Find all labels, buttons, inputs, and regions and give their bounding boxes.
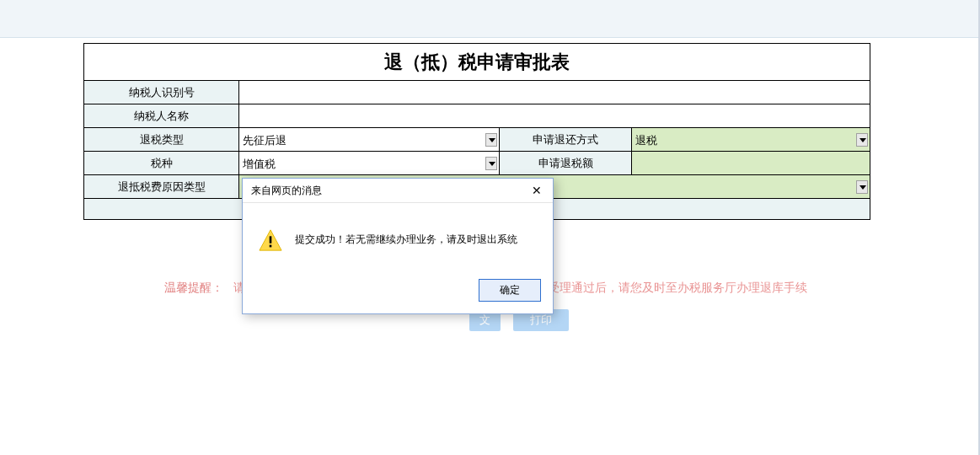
svg-rect-2 xyxy=(270,245,272,248)
select-refund-type-cell: 先征后退 xyxy=(239,128,500,151)
select-refund-method[interactable]: 退税 xyxy=(632,129,870,151)
hint-text-right: 受理通过后，请您及时至办税服务厅办理退库手续 xyxy=(548,281,807,296)
select-refund-method-cell: 退税 xyxy=(632,128,870,151)
form-title: 退（抵）税申请审批表 xyxy=(84,44,870,81)
value-taxpayer-id xyxy=(239,81,870,104)
top-bar xyxy=(0,0,980,38)
svg-rect-1 xyxy=(270,236,272,243)
row-refund-type: 退税类型 先征后退 申请退还方式 退税 xyxy=(84,128,870,152)
alert-dialog: 来自网页的消息 ✕ 提交成功！若无需继续办理业务，请及时退出系统 确定 xyxy=(242,178,554,314)
select-refund-type[interactable]: 先征后退 xyxy=(239,129,499,151)
dialog-titlebar: 来自网页的消息 ✕ xyxy=(243,179,553,203)
label-taxpayer-id: 纳税人识别号 xyxy=(84,81,239,104)
row-taxpayer-name: 纳税人名称 xyxy=(84,104,870,128)
dialog-message: 提交成功！若无需继续办理业务，请及时退出系统 xyxy=(295,228,517,247)
label-refund-method: 申请退还方式 xyxy=(500,128,632,151)
hint-label: 温馨提醒： xyxy=(164,281,223,294)
select-tax-type[interactable]: 增值税 xyxy=(239,153,499,174)
label-reason-type: 退抵税费原因类型 xyxy=(84,175,239,198)
row-tax-type: 税种 增值税 申请退税额 xyxy=(84,152,870,175)
dialog-title: 来自网页的消息 xyxy=(251,179,322,203)
select-tax-type-cell: 增值税 xyxy=(239,152,500,174)
label-refund-type: 退税类型 xyxy=(84,128,239,151)
warning-icon xyxy=(258,228,283,252)
label-taxpayer-name: 纳税人名称 xyxy=(84,104,239,127)
ok-button[interactable]: 确定 xyxy=(479,279,541,302)
label-tax-type: 税种 xyxy=(84,152,239,174)
close-icon[interactable]: ✕ xyxy=(529,179,544,203)
value-taxpayer-name xyxy=(239,104,870,127)
row-taxpayer-id: 纳税人识别号 xyxy=(84,81,870,104)
input-refund-amount[interactable] xyxy=(632,152,870,174)
label-refund-amount: 申请退税额 xyxy=(500,152,632,174)
